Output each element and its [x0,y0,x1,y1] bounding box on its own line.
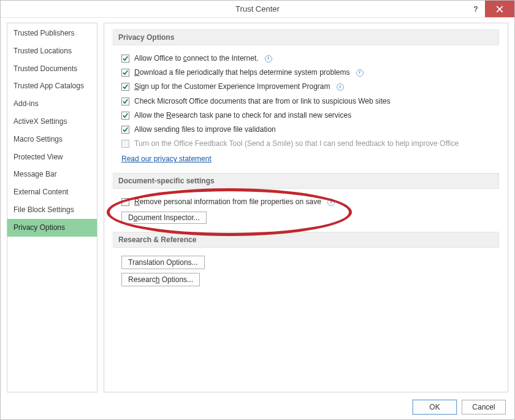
sidebar-item-activex-settings[interactable]: ActiveX Settings [7,113,97,131]
privacy-options-group: Allow Office to connect to the Internet.… [113,52,499,151]
titlebar: Trust Center ? [1,1,514,18]
window-controls: ? [467,1,514,17]
privacy-option-row: Allow sending files to improve file vali… [113,123,499,137]
privacy-option-row: Allow the Research task pane to check fo… [113,109,499,123]
section-header-privacy-options: Privacy Options [113,29,499,45]
sidebar-item-macro-settings[interactable]: Macro Settings [7,131,97,148]
sidebar-item-add-ins[interactable]: Add-ins [7,95,97,113]
privacy-option-checkbox[interactable] [121,69,129,77]
research-options-button[interactable]: Research Options... [121,273,200,286]
sidebar-item-message-bar[interactable]: Message Bar [7,166,97,183]
privacy-option-checkbox[interactable] [121,112,129,120]
sidebar-item-privacy-options[interactable]: Privacy Options [7,219,97,237]
settings-panel: Privacy Options Allow Office to connect … [104,23,508,392]
privacy-option-row: Check Microsoft Office documents that ar… [113,94,499,109]
privacy-option-checkbox[interactable] [121,83,129,91]
info-icon[interactable] [356,69,364,77]
category-sidebar: Trusted Publishers Trusted Locations Tru… [7,23,97,392]
privacy-option-row: Download a file periodically that helps … [113,66,499,80]
sidebar-item-file-block-settings[interactable]: File Block Settings [7,201,97,219]
remove-personal-info-checkbox[interactable] [121,198,129,206]
privacy-option-label: Download a file periodically that helps … [134,67,350,78]
info-icon[interactable] [337,83,344,91]
dialog-footer: OK Cancel [1,395,514,419]
sidebar-item-protected-view[interactable]: Protected View [7,148,97,166]
translation-options-button[interactable]: Translation Options... [121,256,205,269]
privacy-option-label: Sign up for the Customer Experience Impr… [134,81,330,93]
privacy-option-label: Check Microsoft Office documents that ar… [134,96,391,107]
privacy-option-checkbox[interactable] [121,97,129,105]
cancel-button[interactable]: Cancel [462,400,506,414]
sidebar-item-external-content[interactable]: External Content [7,183,97,201]
privacy-option-row: Allow Office to connect to the Internet. [113,52,499,66]
remove-personal-info-row: Remove personal information from file pr… [113,195,499,209]
privacy-option-row: Turn on the Office Feedback Tool (Send a… [113,137,499,151]
help-button[interactable]: ? [467,1,485,17]
dialog-title: Trust Center [235,4,280,13]
sidebar-item-trusted-app-catalogs[interactable]: Trusted App Catalogs [7,77,97,95]
privacy-option-checkbox[interactable] [121,126,129,134]
privacy-option-checkbox[interactable] [121,55,129,63]
privacy-option-label: Allow Office to connect to the Internet. [134,53,259,64]
sidebar-item-trusted-publishers[interactable]: Trusted Publishers [7,25,97,42]
privacy-option-checkbox [121,140,129,148]
privacy-statement-link[interactable]: Read our privacy statement [113,151,212,168]
section-header-document-specific: Document-specific settings [113,173,499,189]
info-icon[interactable] [265,55,272,63]
privacy-option-label: Allow the Research task pane to check fo… [134,110,351,121]
privacy-option-label: Turn on the Office Feedback Tool (Send a… [134,138,459,150]
close-icon [496,6,503,13]
privacy-option-row: Sign up for the Customer Experience Impr… [113,80,499,94]
sidebar-item-trusted-documents[interactable]: Trusted Documents [7,60,97,78]
info-icon[interactable] [327,199,335,206]
document-inspector-button[interactable]: Document Inspector... [121,212,207,224]
trust-center-dialog: Trust Center ? Trusted Publishers Truste… [0,0,515,420]
privacy-option-label: Allow sending files to improve file vali… [134,124,276,136]
section-header-research-reference: Research & Reference [113,232,499,248]
close-button[interactable] [485,1,514,17]
remove-personal-info-label: Remove personal information from file pr… [134,196,321,208]
ok-button[interactable]: OK [413,400,457,414]
sidebar-item-trusted-locations[interactable]: Trusted Locations [7,42,97,60]
dialog-body: Trusted Publishers Trusted Locations Tru… [1,18,514,395]
